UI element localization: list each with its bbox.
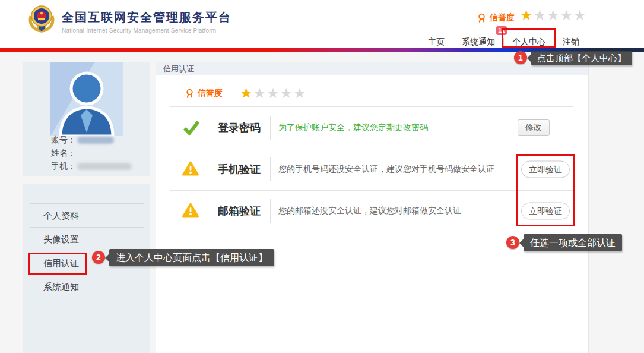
reputation-label: 信誉度 [490, 12, 515, 23]
nav-logout[interactable]: 注销 [554, 36, 588, 48]
annotation-step-1-text: 点击顶部【个人中心】 [537, 53, 626, 63]
credit-verification-panel: 信用认证 信誉度 ★★★★★ 登录密码 为了保护账户安全，建议您定期更改密码 修… [156, 62, 589, 353]
star-empty-icon: ★ [534, 7, 547, 23]
site-title-block: 全国互联网安全管理服务平台 National Internet Security… [62, 10, 231, 34]
top-nav: 主页 系统通知 个人中心 注销 [0, 36, 588, 48]
verify-now-email-button[interactable]: 立即验证 [521, 203, 570, 220]
star-empty-icon: ★ [573, 7, 587, 23]
notification-count-badge: 11 [496, 26, 507, 35]
sidebar-menu: 个人资料 头像设置 信用认证 系统通知 [23, 184, 150, 353]
verify-now-phone-button[interactable]: 立即验证 [521, 161, 570, 178]
site-subtitle: National Internet Security Management Se… [62, 27, 231, 34]
medal-icon [477, 12, 487, 23]
sidebar-item-profile[interactable]: 个人资料 [30, 203, 144, 227]
warning-icon [182, 203, 200, 219]
reputation-header: 信誉度 [477, 12, 515, 23]
police-badge-logo-icon [26, 4, 57, 34]
site-header: 全国互联网安全管理服务平台 National Internet Security… [0, 0, 644, 48]
divider [170, 232, 573, 232]
profile-name-row: 姓名： [51, 149, 76, 158]
divider [270, 199, 271, 223]
panel-reputation-label: 信誉度 [198, 88, 223, 99]
star-empty-icon: ★ [560, 7, 574, 23]
nav-home[interactable]: 主页 [420, 36, 453, 48]
nav-system-notice[interactable]: 系统通知 [453, 36, 503, 48]
reputation-stars: ★★★★★ [520, 8, 587, 23]
account-label: 账号： [51, 135, 76, 146]
tooltip-arrow-icon [527, 54, 531, 62]
site-title: 全国互联网安全管理服务平台 [62, 10, 231, 26]
row-label: 邮箱验证 [218, 204, 261, 218]
annotation-step-1-circle: 1 [514, 51, 527, 64]
row-label: 登录密码 [218, 121, 261, 135]
redacted-phone-value [77, 163, 132, 170]
row-description: 为了保护账户安全，建议您定期更改密码 [278, 122, 428, 133]
warning-icon [182, 161, 200, 178]
sidebar-item-system-notice[interactable]: 系统通知 [30, 275, 144, 298]
annotation-step-2-text: 进入个人中心页面点击【信用认证】 [116, 253, 268, 263]
annotation-step-2-circle: 2 [92, 251, 105, 264]
redacted-account-value [77, 137, 114, 144]
profile-phone-row: 手机： [51, 162, 132, 171]
panel-title: 信用认证 [156, 62, 588, 75]
row-email-verification: 邮箱验证 您的邮箱还没安全认证，建议您对邮箱做安全认证 立即验证 [156, 190, 588, 232]
phone-label: 手机： [51, 161, 76, 172]
avatar [50, 62, 123, 136]
medal-icon [185, 88, 195, 99]
annotation-step-1-tooltip: 点击顶部【个人中心】 [531, 51, 632, 65]
annotation-step-3-circle: 3 [506, 236, 519, 249]
annotation-step-2-tooltip: 进入个人中心页面点击【信用认证】 [109, 249, 274, 266]
modify-button[interactable]: 修改 [518, 119, 550, 136]
row-login-password: 登录密码 为了保护账户安全，建议您定期更改密码 修改 [156, 107, 588, 149]
star-empty-icon: ★ [253, 85, 267, 101]
annotation-step-3-tooltip: 任选一项或全部认证 [524, 234, 622, 251]
row-label: 手机验证 [218, 162, 261, 176]
star-empty-icon: ★ [547, 7, 560, 23]
row-description: 您的邮箱还没安全认证，建议您对邮箱做安全认证 [278, 206, 461, 216]
panel-reputation-row: 信誉度 ★★★★★ [185, 86, 307, 100]
nav-personal-center[interactable]: 个人中心 [504, 36, 554, 48]
sidebar-item-avatar-settings[interactable]: 头像设置 [30, 227, 144, 251]
star-empty-icon: ★ [280, 85, 294, 101]
star-empty-icon: ★ [293, 85, 307, 101]
tooltip-arrow-icon [105, 254, 109, 262]
star-empty-icon: ★ [267, 85, 280, 101]
profile-account-row: 账号： [51, 135, 114, 145]
divider [270, 157, 271, 181]
row-description: 您的手机号码还没安全认证，建议您对手机号码做安全认证 [278, 164, 494, 175]
annotation-step-3-text: 任选一项或全部认证 [530, 238, 616, 248]
profile-card: 账号： 姓名： 手机： [23, 62, 150, 176]
check-icon [182, 119, 200, 136]
tooltip-arrow-icon [519, 239, 524, 247]
divider [270, 116, 271, 140]
row-phone-verification: 手机验证 您的手机号码还没安全认证，建议您对手机号码做安全认证 立即验证 [156, 149, 588, 190]
star-filled-icon: ★ [240, 85, 253, 101]
name-label: 姓名： [51, 148, 76, 159]
page: 全国互联网安全管理服务平台 National Internet Security… [0, 0, 644, 353]
nav-personal-center-label: 个人中心 [512, 37, 545, 46]
star-filled-icon: ★ [520, 7, 534, 23]
panel-reputation-stars: ★★★★★ [240, 86, 307, 100]
sidebar-item-credit-verification-label: 信用认证 [43, 258, 79, 268]
